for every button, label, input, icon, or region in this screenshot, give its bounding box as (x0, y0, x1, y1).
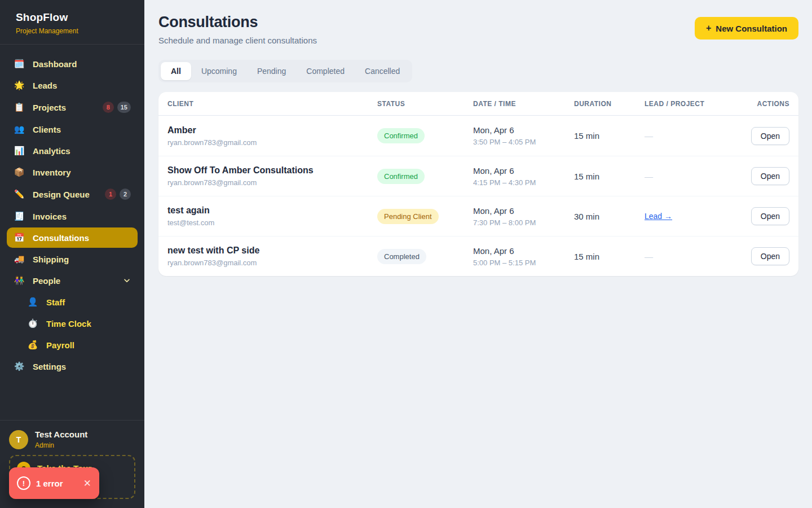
sidebar-item-consultations[interactable]: 📅 Consultations (7, 227, 138, 248)
new-consultation-label: New Consultation (716, 24, 787, 33)
column-header-duration: DURATION (574, 100, 645, 108)
duration: 15 min (574, 252, 645, 261)
client-email: ryan.brown783@gmail.com (167, 178, 377, 187)
app-subtitle: Project Management (16, 27, 129, 35)
time-range: 7:30 PM – 8:00 PM (473, 218, 574, 227)
sidebar-item-label: Clients (33, 125, 61, 134)
alert-count-badge: 8 (103, 102, 114, 113)
sidebar-item-time-clock[interactable]: ⏱️ Time Clock (20, 313, 138, 334)
avatar: T (9, 430, 28, 449)
app-title: ShopFlow (16, 11, 129, 24)
close-icon[interactable]: ✕ (83, 478, 91, 489)
sidebar-item-label: Payroll (46, 340, 74, 350)
duration: 15 min (574, 172, 645, 181)
lead-project: — (645, 172, 732, 181)
stopwatch-icon: ⏱️ (27, 318, 38, 329)
tab-pending[interactable]: Pending (247, 62, 296, 80)
date: Mon, Apr 6 (473, 166, 574, 176)
tab-cancelled[interactable]: Cancelled (355, 62, 410, 80)
sidebar-item-staff[interactable]: 👤 Staff (20, 292, 138, 312)
duration: 30 min (574, 212, 645, 221)
sidebar-item-design-queue[interactable]: ✏️ Design Queue 1 2 (7, 183, 138, 205)
client-name: Amber (167, 125, 377, 135)
client-cell: Show Off To Amber Consultations ryan.bro… (167, 165, 377, 187)
tab-all[interactable]: All (161, 62, 191, 80)
money-bag-icon: 💰 (27, 340, 38, 350)
date-time-cell: Mon, Apr 6 5:00 PM – 5:15 PM (473, 246, 574, 267)
open-button[interactable]: Open (751, 207, 789, 225)
sidebar-item-label: Projects (33, 103, 66, 112)
open-button[interactable]: Open (751, 167, 789, 185)
badge-group: 1 2 (105, 189, 131, 200)
sidebar-nav: 🗓️ Dashboard 🌟 Leads 📋 Projects 8 15 👥 C… (0, 45, 144, 378)
date: Mon, Apr 6 (473, 125, 574, 135)
lead-link[interactable]: Lead → (645, 212, 672, 221)
brand: ShopFlow Project Management (0, 0, 144, 45)
sidebar-item-clients[interactable]: 👥 Clients (7, 119, 138, 139)
time-range: 3:50 PM – 4:05 PM (473, 138, 574, 146)
sidebar-item-analytics[interactable]: 📊 Analytics (7, 141, 138, 161)
sidebar-footer: T Test Account Admin ? Take the Tour ! 1… (0, 420, 144, 508)
calendar-icon: 📅 (14, 233, 25, 243)
main-content: Consultations Schedule and manage client… (144, 0, 812, 508)
client-cell: new test with CP side ryan.brown783@gmai… (167, 246, 377, 267)
lead-project-cell: Lead → (645, 211, 732, 221)
sidebar-item-dashboard[interactable]: 🗓️ Dashboard (7, 54, 138, 74)
tab-completed[interactable]: Completed (296, 62, 355, 80)
client-email: test@test.com (167, 218, 377, 227)
sidebar-item-settings[interactable]: ⚙️ Settings (7, 356, 138, 376)
count-badge: 2 (120, 189, 131, 200)
new-consultation-button[interactable]: + New Consultation (695, 17, 798, 40)
duration: 15 min (574, 131, 645, 141)
tab-upcoming[interactable]: Upcoming (191, 62, 247, 80)
chevron-down-icon (123, 277, 131, 284)
sidebar-item-people[interactable]: 👫 People (7, 270, 138, 291)
status-cell: Confirmed (377, 128, 473, 143)
open-button[interactable]: Open (751, 247, 789, 265)
status-badge: Confirmed (377, 128, 425, 143)
sidebar-item-label: Invoices (33, 212, 67, 221)
plus-icon: + (706, 23, 711, 33)
account-role: Admin (35, 441, 87, 449)
account-name: Test Account (35, 430, 87, 439)
client-cell: test again test@test.com (167, 205, 377, 227)
date-time-cell: Mon, Apr 6 4:15 PM – 4:30 PM (473, 166, 574, 187)
table-row: new test with CP side ryan.brown783@gmai… (158, 236, 798, 276)
client-cell: Amber ryan.brown783@gmail.com (167, 125, 377, 147)
column-header-client: CLIENT (167, 100, 377, 108)
count-badge: 15 (117, 102, 131, 113)
actions-cell: Open (732, 127, 789, 145)
date-time-cell: Mon, Apr 6 7:30 PM – 8:00 PM (473, 206, 574, 227)
date: Mon, Apr 6 (473, 206, 574, 216)
error-toast-label: 1 error (36, 479, 63, 488)
client-name: test again (167, 205, 377, 216)
calendar-pad-icon: 🗓️ (14, 59, 25, 69)
time-range: 4:15 PM – 4:30 PM (473, 178, 574, 187)
page-title: Consultations (158, 14, 317, 31)
badge-group: 8 15 (103, 102, 131, 113)
exclamation-circle-icon: ! (17, 476, 30, 490)
sidebar-item-payroll[interactable]: 💰 Payroll (20, 335, 138, 355)
star-icon: 🌟 (14, 80, 25, 90)
sidebar-item-label: Time Clock (46, 319, 91, 329)
sidebar-item-label: Analytics (33, 146, 70, 156)
date: Mon, Apr 6 (473, 246, 574, 256)
sidebar-item-leads[interactable]: 🌟 Leads (7, 75, 138, 95)
lead-project: — (645, 252, 732, 261)
clipboard-icon: 📋 (14, 102, 25, 112)
open-button[interactable]: Open (751, 127, 789, 145)
two-people-icon: 👫 (14, 275, 25, 286)
sidebar-item-shipping[interactable]: 🚚 Shipping (7, 249, 138, 269)
sidebar-item-label: Inventory (33, 168, 71, 177)
sidebar-item-invoices[interactable]: 🧾 Invoices (7, 206, 138, 226)
sidebar-item-projects[interactable]: 📋 Projects 8 15 (7, 97, 138, 118)
sidebar-item-label: Consultations (33, 233, 89, 243)
status-badge: Confirmed (377, 169, 425, 184)
sidebar-item-label: Leads (33, 81, 57, 90)
account-row[interactable]: T Test Account Admin (9, 428, 135, 455)
sidebar-item-inventory[interactable]: 📦 Inventory (7, 162, 138, 182)
table-row: Show Off To Amber Consultations ryan.bro… (158, 156, 798, 196)
status-cell: Pending Client (377, 209, 473, 224)
alert-count-badge: 1 (105, 189, 116, 200)
lead-project: — (645, 131, 732, 141)
